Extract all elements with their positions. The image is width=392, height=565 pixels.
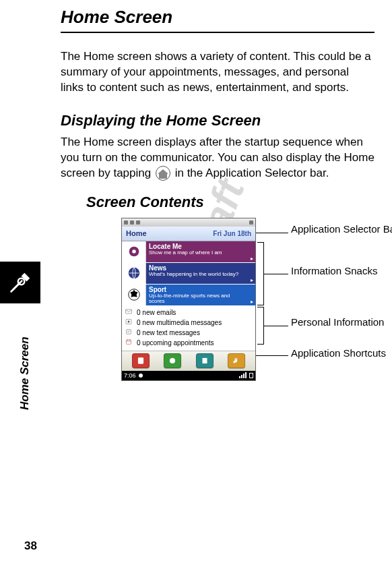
system-bar	[122, 218, 255, 227]
personal-row[interactable]: 0 new emails	[125, 307, 253, 318]
personal-row-text: 0 new text messages	[137, 328, 200, 337]
personal-row[interactable]: 0 new multimedia messages	[125, 318, 253, 328]
shortcut-music[interactable]	[228, 353, 245, 368]
shortcut-browser[interactable]	[164, 353, 181, 368]
snack-subtitle: Up-to-the-minute sports news and scores	[149, 293, 246, 305]
shortcut-contacts[interactable]	[132, 353, 150, 368]
section-displaying-title: Displaying the Home Screen	[61, 112, 374, 129]
callout-bracket	[257, 307, 264, 345]
snack-subtitle: Show me a map of where I am	[149, 250, 246, 256]
tools-icon	[0, 262, 40, 303]
callout-selector-bar: Application Selector Bar	[291, 223, 392, 235]
personal-row-icon	[125, 338, 133, 348]
personal-row[interactable]: 0 new text messages	[125, 328, 253, 338]
svg-rect-10	[138, 357, 143, 363]
svg-rect-5	[126, 309, 132, 314]
callout-personal-info: Personal Information	[291, 316, 384, 328]
battery-icon	[249, 373, 253, 378]
snack-subtitle: What's happening in the world today?	[149, 272, 246, 278]
application-selector-bar[interactable]: Home Fri Jun 18th	[122, 227, 255, 241]
side-tab-label: Home Screen	[18, 369, 32, 410]
section2-text-b: in the Application Selector bar.	[175, 167, 329, 179]
intro-paragraph: The Home screen shows a variety of conte…	[61, 49, 374, 96]
title-rule	[61, 32, 374, 33]
status-bar: 7:06	[122, 371, 255, 380]
device-screenshot: Home Fri Jun 18th Locate MeShow me a map…	[121, 218, 256, 381]
page-number: 38	[24, 539, 37, 553]
svg-point-7	[128, 320, 130, 322]
signal-icon	[239, 372, 247, 378]
section-displaying-body: The Home screen displays after the start…	[61, 135, 374, 181]
personal-row-text: 0 new multimedia messages	[137, 318, 222, 327]
chevron-right-icon: ▸	[249, 285, 255, 305]
section-contents-title: Screen Contents	[86, 194, 374, 211]
info-snack-locate[interactable]: Locate MeShow me a map of where I am▸	[122, 241, 255, 263]
callout-line	[264, 326, 288, 326]
home-icon	[156, 166, 170, 181]
bluetooth-icon	[139, 374, 143, 378]
callout-line	[256, 233, 288, 233]
application-shortcuts-bar	[122, 351, 255, 371]
sport-icon	[122, 285, 146, 305]
personal-row[interactable]: 0 upcoming appointments	[125, 338, 253, 348]
callout-bracket	[257, 242, 264, 305]
side-tab: Home Screen	[0, 262, 40, 317]
snack-title: Sport	[149, 286, 246, 293]
svg-rect-12	[202, 358, 207, 363]
personal-info-panel: 0 new emails0 new multimedia messages0 n…	[122, 306, 255, 351]
svg-rect-9	[127, 340, 131, 345]
svg-rect-8	[127, 329, 131, 334]
page-title: Home Screen	[61, 7, 374, 28]
shortcut-documents[interactable]	[196, 353, 214, 368]
figure-row: Home Fri Jun 18th Locate MeShow me a map…	[121, 218, 374, 381]
news-icon	[122, 263, 146, 284]
personal-row-text: 0 upcoming appointments	[137, 338, 214, 347]
callout-line	[256, 355, 288, 356]
info-snack-sport[interactable]: SportUp-to-the-minute sports news and sc…	[122, 285, 255, 306]
locate-icon	[122, 241, 146, 262]
chevron-right-icon: ▸	[249, 241, 255, 262]
chevron-right-icon: ▸	[249, 263, 255, 284]
status-time: 7:06	[124, 372, 136, 379]
callout-info-snacks: Information Snacks	[291, 265, 377, 276]
app-bar-label: Home	[126, 229, 147, 237]
svg-point-2	[132, 249, 136, 254]
app-bar-date: Fri Jun 18th	[213, 230, 251, 237]
info-snack-news[interactable]: NewsWhat's happening in the world today?…	[122, 263, 255, 285]
callout-line	[264, 274, 288, 274]
personal-row-icon	[125, 328, 133, 338]
svg-point-11	[170, 358, 175, 363]
personal-row-icon	[125, 318, 133, 328]
personal-row-text: 0 new emails	[137, 308, 176, 317]
personal-row-icon	[125, 307, 133, 318]
snack-title: News	[149, 264, 246, 272]
snack-title: Locate Me	[149, 243, 246, 250]
callout-shortcuts: Application Shortcuts	[291, 347, 386, 359]
